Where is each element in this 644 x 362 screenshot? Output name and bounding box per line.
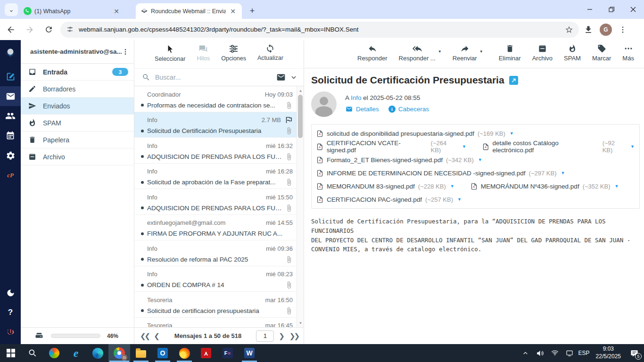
message-row[interactable]: Tesoreriamar 16:50 Solicitud de certific… [134, 292, 297, 318]
cpanel-nav-button[interactable]: cP [0, 165, 21, 185]
attachment-item[interactable]: MEMORÁNDUM Nº436-signed.pdf (~352 KB) ▼ [471, 182, 619, 190]
message-row[interactable]: Infomié 08:23 ORDEN DE COMPRA # 14 [134, 266, 297, 292]
language-indicator[interactable]: ESP [578, 350, 590, 356]
scroll-up-icon[interactable]: ▲ [297, 87, 304, 94]
attachment-item[interactable]: Formato_2_ET Bienes-signed-signed.pdf (~… [316, 156, 482, 164]
reply-all-button[interactable]: Responder ... ▼ [399, 44, 436, 62]
message-row[interactable]: Infomié 16:28 Solicitud de aprobación de… [134, 164, 297, 189]
attachment-menu-caret[interactable]: ▼ [615, 184, 619, 189]
message-row[interactable]: Infomié 15:50 ADQUISICION DE PRENDAS PAR… [134, 189, 297, 215]
folder-inbox[interactable]: Entrada 3 [21, 64, 134, 81]
attachment-menu-caret[interactable]: ▼ [510, 131, 514, 136]
message-row[interactable]: Infomié 16:32 ADQUISICION DE PRENDAS PAR… [134, 138, 297, 164]
first-page-button[interactable]: ❮❮ [140, 332, 149, 340]
mail-nav-button[interactable] [0, 86, 21, 106]
contacts-nav-button[interactable] [0, 106, 21, 126]
attachment-menu-caret[interactable]: ▼ [630, 144, 635, 149]
restore-button[interactable] [601, 0, 622, 19]
minimize-button[interactable] [579, 0, 601, 19]
last-page-button[interactable]: ❯❯ [289, 332, 298, 340]
attachment-item[interactable]: CERTIFICACION VCATE-signed.pdf (~264 KB)… [316, 140, 466, 154]
outlook-icon[interactable]: O [152, 344, 173, 362]
page-number-input[interactable] [256, 330, 274, 342]
more-button[interactable]: Más [622, 44, 634, 62]
taskbar-search-button[interactable] [22, 344, 43, 362]
settings-nav-button[interactable] [0, 146, 21, 165]
mark-button[interactable]: Marcar [592, 44, 611, 62]
taskbar-clock[interactable]: 9:03 22/5/2025 [593, 346, 624, 360]
threads-button[interactable]: Hilos [197, 44, 210, 62]
recipient-link[interactable]: Info [351, 94, 362, 101]
attachment-menu-caret[interactable]: ▼ [450, 184, 454, 189]
message-row[interactable]: CoordinadorHoy 09:03 Proformas de necesi… [134, 86, 297, 112]
search-input[interactable] [155, 74, 276, 81]
compose-button[interactable] [0, 66, 21, 86]
open-in-new-window-icon[interactable] [509, 76, 518, 85]
downloads-icon[interactable] [584, 25, 593, 34]
folder-trash[interactable]: Papelera [21, 132, 134, 148]
acrobat-icon[interactable]: ⋏ [195, 344, 217, 362]
attachment-menu-caret[interactable]: ▼ [561, 171, 565, 175]
dark-mode-button[interactable] [0, 283, 21, 303]
start-button[interactable] [0, 344, 22, 362]
logout-button[interactable] [0, 322, 21, 342]
browser-menu-icon[interactable] [619, 25, 627, 34]
tab-list-chevron-button[interactable]: ⌄ [5, 3, 18, 16]
refresh-button[interactable]: Actualizar [257, 44, 283, 61]
bookmark-star-icon[interactable] [565, 25, 573, 34]
firefox-icon[interactable] [173, 344, 195, 362]
site-settings-icon[interactable] [66, 25, 74, 33]
archive-button[interactable]: Archivo [532, 44, 553, 62]
edge-icon[interactable] [87, 344, 108, 362]
delete-button[interactable]: Eliminar [499, 44, 521, 62]
list-scrollbar[interactable]: ▲ ▼ [297, 86, 304, 327]
folder-archive[interactable]: Archivo [21, 148, 134, 165]
new-tab-button[interactable]: + [246, 5, 258, 17]
help-button[interactable]: ? [0, 303, 21, 322]
message-row[interactable]: Infomié 09:36 Resolución de reforma al P… [134, 240, 297, 266]
copilot-icon[interactable] [43, 344, 65, 362]
reload-button[interactable] [41, 22, 57, 38]
tab-close-icon[interactable]: ✕ [229, 7, 237, 16]
message-row[interactable]: Tesoreriamar 16:45 [134, 318, 297, 328]
address-bar[interactable]: webmail.sanjuan.gob.ec/cpsess4485241302/… [60, 22, 579, 38]
back-button[interactable] [3, 22, 19, 38]
internet-explorer-icon[interactable]: e [65, 344, 87, 362]
tab-close-icon[interactable]: ✕ [112, 7, 121, 16]
attachment-item[interactable]: INFORME DE DETERMINACION DE NECESIDAD -s… [316, 169, 565, 177]
notification-center-button[interactable]: 5 [627, 346, 641, 360]
tab-whatsapp[interactable]: (1) WhatsApp ✕ [19, 3, 125, 19]
cast-screen-icon[interactable] [564, 346, 575, 360]
scrollbar-thumb[interactable] [298, 95, 303, 138]
attachment-menu-caret[interactable]: ▼ [462, 144, 466, 149]
prev-page-button[interactable]: ❮ [154, 332, 160, 340]
tray-chevron-icon[interactable] [520, 346, 531, 360]
calendar-nav-button[interactable] [0, 126, 21, 146]
spam-button[interactable]: SPAM [564, 44, 581, 62]
attachment-item[interactable]: solicitud de disponibilidad presupuestar… [316, 130, 514, 138]
headers-toggle[interactable]: i Cabeceras [388, 106, 429, 113]
scroll-down-icon[interactable]: ▼ [297, 320, 304, 326]
message-row[interactable]: extinfuegojamell@gmail.commié 14:55 FIRM… [134, 215, 297, 241]
message-row-selected[interactable]: Info2.7 MB Solicitud de Certificación Pr… [134, 112, 297, 138]
account-menu-icon[interactable] [122, 48, 129, 56]
reply-all-caret-icon[interactable]: ▼ [438, 49, 442, 54]
forward-button[interactable] [22, 22, 38, 38]
forward-caret-icon[interactable]: ▼ [479, 49, 483, 54]
search-scope-mail-icon[interactable] [276, 73, 286, 82]
attachment-menu-caret[interactable]: ▼ [478, 157, 482, 162]
close-window-button[interactable] [622, 0, 644, 19]
next-page-button[interactable]: ❯ [279, 332, 285, 340]
roundcube-logo[interactable] [0, 40, 21, 66]
folder-drafts[interactable]: Borradores [21, 81, 134, 98]
select-button[interactable]: Seleccionar [155, 44, 185, 62]
search-options-chevron-icon[interactable] [290, 74, 297, 81]
forms-app-icon[interactable]: F≡ [217, 344, 239, 362]
tab-roundcube[interactable]: Roundcube Webmail :: Enviados ✕ [136, 3, 242, 19]
folder-spam[interactable]: SPAM [21, 115, 134, 132]
attachment-item[interactable]: CERTIFICACION PAC-signed.pdf (~257 KB) ▼ [316, 196, 462, 204]
volume-icon[interactable] [535, 346, 546, 360]
folder-sent[interactable]: Enviados [21, 98, 134, 115]
url-text[interactable]: webmail.sanjuan.gob.ec/cpsess4485241302/… [79, 26, 565, 33]
reply-button[interactable]: Responder [357, 44, 388, 62]
